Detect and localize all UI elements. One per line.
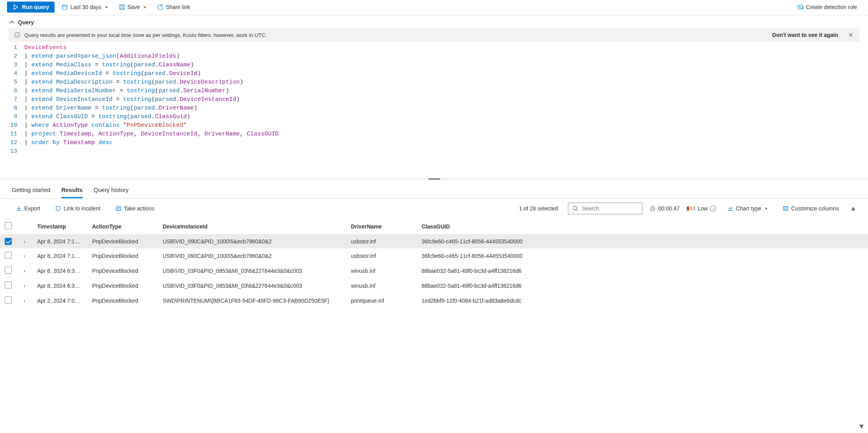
cell-actiontype: PnpDeviceBlocked [87,263,158,278]
stopwatch-icon [650,205,656,212]
chevron-down-icon: ▾ [765,206,768,211]
svg-rect-1 [120,5,124,9]
table-row[interactable]: ›Apr 2, 2024 7:00:5…PnpDeviceBlockedSWD\… [0,293,868,308]
chart-type-selector[interactable]: Chart type ▾ [723,203,772,214]
cell-timestamp: Apr 2, 2024 7:00:5… [33,293,87,308]
expand-row-icon[interactable]: › [21,253,28,259]
expand-row-icon[interactable]: › [21,283,28,289]
cell-drivername: usbstor.inf [346,235,417,248]
customize-columns-button[interactable]: Customize columns [779,203,843,214]
selection-count: 1 of 28 selected [519,205,558,212]
close-icon[interactable] [848,32,854,38]
cell-drivername: winusb.inf [346,278,417,293]
export-label: Export [24,205,40,212]
col-classguid[interactable]: ClassGUID [417,218,868,235]
svg-rect-8 [783,206,788,210]
search-icon [572,205,579,212]
cell-actiontype: PnpDeviceBlocked [87,235,158,248]
table-row[interactable]: ›Apr 8, 2024 7:14:1…PnpDeviceBlockedUSB\… [0,248,868,263]
chevron-down-icon: ▾ [144,5,146,10]
query-timing: 00:00.47 [650,205,680,212]
cell-classguid: 36fc9e60-c465-11cf-8056-444553540000 [417,235,868,248]
results-table-wrap: Timestamp ActionType DeviceInstanceId Dr… [0,218,868,308]
run-query-button[interactable]: Run query [7,2,55,13]
table-row[interactable]: ›Apr 8, 2024 6:34:2…PnpDeviceBlockedUSB\… [0,278,868,293]
share-label: Share link [166,4,190,10]
scroll-up-icon[interactable]: ▲ [850,205,856,212]
time-range-selector[interactable]: Last 30 days ▾ [58,2,111,13]
save-button[interactable]: Save ▾ [115,2,150,13]
row-checkbox[interactable] [5,296,12,303]
cell-timestamp: Apr 8, 2024 7:14:1… [33,248,87,263]
row-checkbox[interactable] [5,267,12,274]
row-checkbox[interactable] [5,238,12,245]
col-timestamp[interactable]: Timestamp [33,218,87,235]
shield-icon [55,205,61,212]
results-search-box[interactable] [568,203,642,214]
customize-label: Customize columns [791,205,839,212]
create-detection-rule-button[interactable]: Create detection rule [793,2,861,13]
timing-value: 00:00.47 [658,205,680,212]
section-title: Query [18,19,34,26]
actions-icon [115,205,122,212]
tab-query-history[interactable]: Query history [94,184,129,198]
cell-actiontype: PnpDeviceBlocked [87,248,158,263]
run-query-label: Run query [22,4,49,10]
load-label: Low [698,205,708,212]
share-link-button[interactable]: Share link [153,2,194,13]
chart-type-label: Chart type [736,205,761,212]
dismiss-info-button[interactable]: Don't want to see it again [772,32,838,38]
link-incident-button[interactable]: Link to incident [51,203,104,214]
load-bars-icon [687,206,695,210]
expand-row-icon[interactable]: › [21,238,28,245]
save-icon [119,4,125,10]
cell-classguid: 88bae032-5a81-49f0-bc3d-a4ff138216d6 [417,278,868,293]
top-toolbar: Run query Last 30 days ▾ Save ▾ Share li… [0,0,868,15]
panel-splitter[interactable] [0,178,868,180]
info-icon[interactable]: i [710,205,716,212]
columns-icon [782,205,789,212]
cell-classguid: 1ed2bbf9-11f0-4084-b21f-ad83a8e6dcdc [417,293,868,308]
expand-row-icon[interactable]: › [21,298,28,304]
take-actions-button[interactable]: Take actions [111,203,158,214]
results-table: Timestamp ActionType DeviceInstanceId Dr… [0,218,868,308]
svg-rect-2 [798,5,803,9]
query-editor[interactable]: 12345678910111213 DeviceEvents| extend p… [0,42,868,156]
table-row[interactable]: ›Apr 8, 2024 6:34:2…PnpDeviceBlockedUSB\… [0,263,868,278]
download-icon [16,205,22,212]
cell-drivername: winusb.inf [346,263,417,278]
cell-drivername: printqueue.inf [346,293,417,308]
resource-load: Low i [687,205,717,212]
col-deviceinstanceid[interactable]: DeviceInstanceId [158,218,346,235]
expand-row-icon[interactable]: › [21,268,28,274]
chevron-down-icon: ▾ [106,5,108,10]
rule-icon [797,4,804,10]
svg-rect-0 [62,5,67,9]
chevron-up-icon [9,19,15,26]
table-row[interactable]: ›Apr 8, 2024 7:14:1…PnpDeviceBlockedUSB\… [0,235,868,248]
row-checkbox[interactable] [5,281,12,289]
tab-results[interactable]: Results [61,184,82,198]
cell-timestamp: Apr 8, 2024 7:14:1… [33,235,87,248]
save-label: Save [127,4,140,10]
create-rule-label: Create detection rule [806,4,857,10]
col-drivername[interactable]: DriverName [346,218,417,235]
search-input[interactable] [582,205,638,212]
tab-getting-started[interactable]: Getting started [12,184,50,198]
take-actions-label: Take actions [124,205,155,212]
cell-deviceinstanceid: USB\VID_090C&PID_1000\5&ecb7860&0&2 [158,248,346,263]
code-content[interactable]: DeviceEvents| extend parsed=parse_json(A… [24,44,278,156]
cell-deviceinstanceid: USB\VID_090C&PID_1000\5&ecb7860&0&2 [158,235,346,248]
table-header-row: Timestamp ActionType DeviceInstanceId Dr… [0,218,868,235]
cell-timestamp: Apr 8, 2024 6:34:2… [33,263,87,278]
query-section-header[interactable]: Query [0,15,868,28]
select-all-checkbox[interactable] [5,222,12,229]
cell-classguid: 88bae032-5a81-49f0-bc3d-a4ff138216d6 [417,263,868,278]
cell-timestamp: Apr 8, 2024 6:34:2… [33,278,87,293]
cell-deviceinstanceid: USB\VID_03F0&PID_0853&MI_03\6&227844e3&0… [158,278,346,293]
export-button[interactable]: Export [12,203,44,214]
cell-actiontype: PnpDeviceBlocked [87,293,158,308]
col-actiontype[interactable]: ActionType [87,218,158,235]
row-checkbox[interactable] [5,252,12,259]
link-incident-label: Link to incident [64,205,100,212]
